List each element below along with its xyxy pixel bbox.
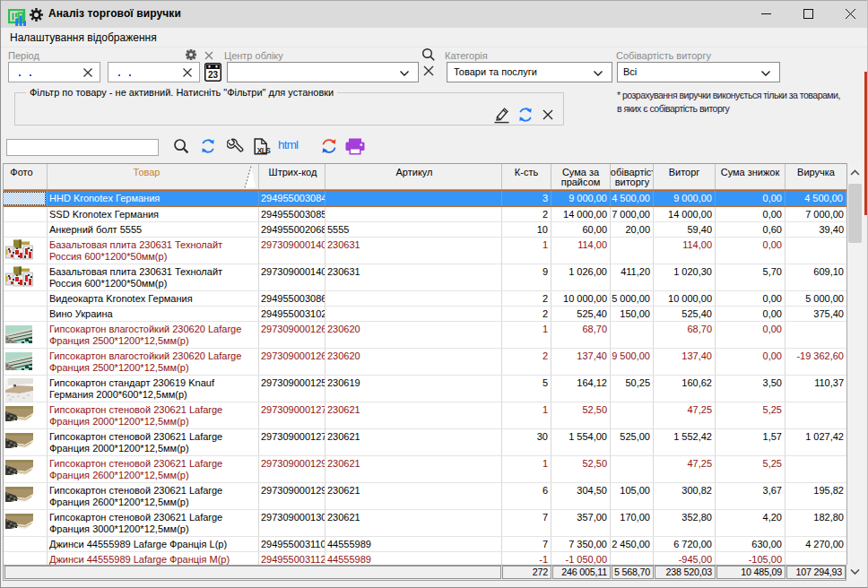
- svg-text:23: 23: [208, 70, 219, 80]
- svg-text:XLS: XLS: [257, 147, 271, 155]
